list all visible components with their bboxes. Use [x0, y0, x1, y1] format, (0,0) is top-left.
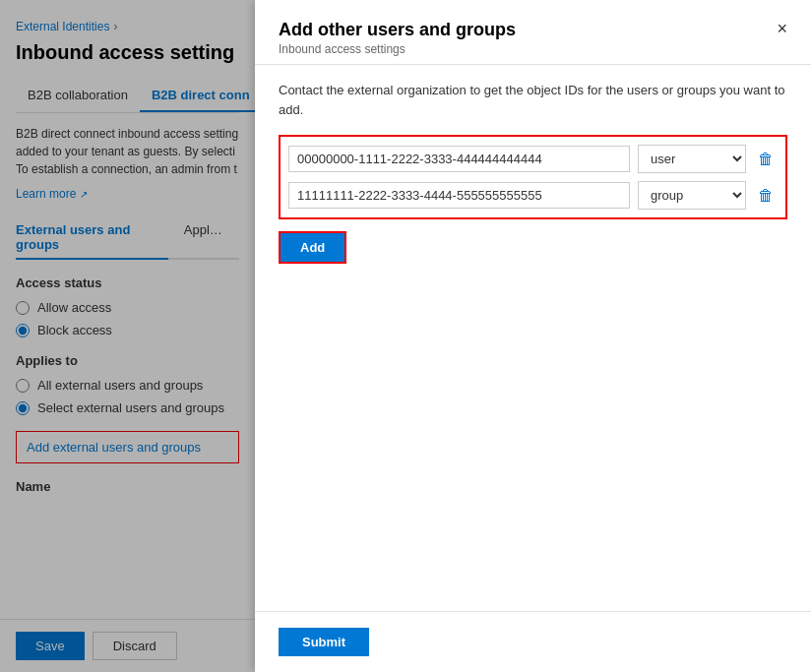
entry-type-select-2[interactable]: user group: [638, 181, 746, 210]
modal-panel: Add other users and groups Inbound acces…: [255, 0, 811, 672]
modal-description: Contact the external organization to get…: [279, 81, 787, 119]
modal-subtitle: Inbound access settings: [279, 42, 516, 56]
modal-header-text: Add other users and groups Inbound acces…: [279, 20, 516, 56]
modal-body: Contact the external organization to get…: [255, 65, 811, 611]
page-container: External Identities › Inbound access set…: [0, 0, 811, 672]
entry-type-select-1[interactable]: user group: [638, 145, 746, 173]
submit-button[interactable]: Submit: [279, 628, 369, 656]
modal-title: Add other users and groups: [279, 20, 516, 40]
entry-input-2[interactable]: [288, 182, 630, 209]
entries-container: user group 🗑 user group 🗑: [279, 135, 787, 219]
entry-delete-button-2[interactable]: 🗑: [754, 187, 778, 205]
entry-input-1[interactable]: [288, 146, 630, 172]
entry-delete-button-1[interactable]: 🗑: [754, 151, 778, 168]
entry-row-1: user group 🗑: [288, 145, 778, 173]
modal-footer: Submit: [255, 611, 811, 672]
entry-row-2: user group 🗑: [288, 181, 778, 210]
add-entry-button[interactable]: Add: [279, 231, 346, 264]
modal-header: Add other users and groups Inbound acces…: [255, 0, 811, 65]
modal-close-button[interactable]: ×: [777, 20, 787, 37]
